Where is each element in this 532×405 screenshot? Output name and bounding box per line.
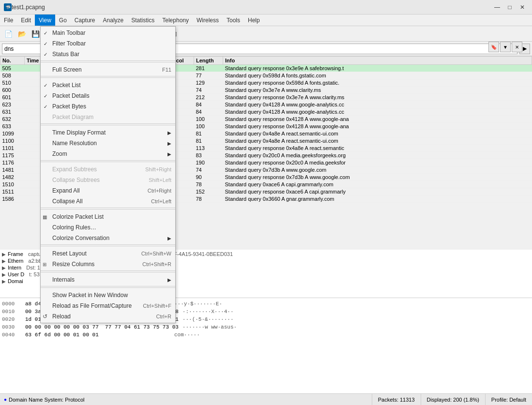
detail-udp-label: User D	[8, 271, 24, 277]
minimize-button[interactable]: —	[491, 2, 503, 12]
checkmark-icon: ✓	[44, 30, 47, 36]
window-controls: — □ ✕	[491, 2, 528, 12]
cell-len: 113	[194, 145, 223, 152]
menu-analyze[interactable]: Analyze	[99, 15, 128, 26]
menu-main-toolbar[interactable]: ✓ Main Toolbar	[41, 28, 175, 38]
shortcut-label: F11	[152, 67, 171, 73]
menu-reload[interactable]: ↺ Reload Ctrl+R	[41, 311, 175, 322]
menu-label: Colorize Packet List	[52, 213, 104, 220]
cell-info: Standard query response 0x3e7e A www.cla…	[223, 94, 532, 101]
status-right: Packets: 11313 Displayed: 200 (1.8%) Pro…	[372, 394, 532, 405]
expand-icon: ▶	[2, 265, 6, 270]
menu-label: Collapse All	[52, 198, 83, 205]
expand-icon: ▶	[2, 258, 6, 264]
menu-file[interactable]: File	[0, 15, 17, 26]
maximize-button[interactable]: □	[504, 2, 516, 12]
menu-show-packet-new-window[interactable]: Show Packet in New Window	[41, 290, 175, 300]
cell-no: 600	[0, 87, 25, 94]
menu-full-screen[interactable]: Full Screen F11	[41, 64, 175, 75]
menu-statistics[interactable]: Statistics	[127, 15, 158, 26]
menu-go[interactable]: Go	[55, 15, 71, 26]
checkmark-icon: ✓	[44, 83, 47, 88]
menu-collapse-all[interactable]: Collapse All Ctrl+Left	[41, 196, 175, 207]
menu-internals[interactable]: Internals ▶	[41, 274, 175, 285]
cell-no: 623	[0, 101, 25, 108]
menu-coloring-rules[interactable]: Coloring Rules…	[41, 222, 175, 233]
shortcut-label: Ctrl+R	[147, 314, 171, 319]
menu-name-resolution[interactable]: Name Resolution ▶	[41, 138, 175, 149]
menu-resize-columns[interactable]: ⊞ Resize Columns Ctrl+Shift+R	[41, 259, 175, 270]
cell-no: 508	[0, 72, 25, 79]
menu-packet-list[interactable]: ✓ Packet List	[41, 80, 175, 90]
menu-help[interactable]: Help	[244, 15, 264, 26]
menu-time-display-format[interactable]: Time Display Format ▶	[41, 127, 175, 138]
shortcut-label: Ctrl+Shift+W	[132, 251, 171, 256]
menu-sep	[41, 246, 175, 246]
col-header-info[interactable]: Info	[223, 57, 532, 65]
bookmark-filter-btn[interactable]: 🔖	[488, 42, 499, 52]
col-header-length[interactable]: Length	[194, 57, 223, 65]
hex-ascii: com·····	[174, 331, 200, 339]
toolbar-new[interactable]: 📄	[2, 28, 15, 40]
toolbar-open[interactable]: 📂	[15, 28, 28, 40]
menu-bar: File Edit View Go Capture Analyze Statis…	[0, 15, 532, 26]
view-dropdown-menu: ✓ Main Toolbar ✓ Filter Toolbar ✓ Status…	[40, 26, 176, 323]
close-filter-btn[interactable]: ✕	[512, 42, 522, 52]
menu-sep	[41, 125, 175, 125]
menu-section-misc: Show Packet in New Window Reload as File…	[41, 289, 175, 323]
menu-sep	[41, 77, 175, 78]
shortcut-label: Ctrl+Right	[138, 188, 171, 194]
menu-label: Collapse Subtrees	[52, 177, 100, 183]
cell-info: Standard query 0x4128 A www.google-analy…	[223, 101, 532, 108]
menu-packet-bytes[interactable]: ✓ Packet Bytes	[41, 101, 175, 112]
cell-len: 129	[194, 79, 223, 87]
cell-info: Standard query 0x4128 A www.google-analy…	[223, 108, 532, 116]
menu-label: Reload	[52, 313, 71, 320]
menu-colorize-packet-list[interactable]: ▦ Colorize Packet List	[41, 211, 175, 222]
menu-filter-toolbar[interactable]: ✓ Filter Toolbar	[41, 38, 175, 49]
status-indicator: ●	[4, 397, 7, 402]
menu-label: Full Screen	[52, 66, 82, 73]
cell-info: Standard query 0x598d A fonts.gstatic.co…	[223, 72, 532, 79]
shortcut-label: Ctrl+Left	[141, 198, 171, 204]
menu-view[interactable]: View	[35, 15, 55, 26]
cell-info: Standard query response 0x4a8e A react.s…	[223, 145, 532, 152]
menu-expand-all[interactable]: Expand All Ctrl+Right	[41, 185, 175, 196]
expand-filter-btn[interactable]: ▼	[500, 42, 511, 52]
cell-len: 78	[194, 195, 223, 203]
status-packets: Packets: 11313	[372, 394, 421, 405]
checkmark-icon: ✓	[44, 104, 47, 109]
cell-len: 84	[194, 101, 223, 108]
menu-wireless[interactable]: Wireless	[193, 15, 223, 26]
menu-packet-details[interactable]: ✓ Packet Details	[41, 90, 175, 101]
app-icon: 🦈	[4, 3, 12, 11]
cell-len: 78	[194, 181, 223, 188]
menu-label: Packet Diagram	[52, 114, 93, 120]
col-header-no[interactable]: No.	[0, 57, 25, 65]
menu-label: Reset Layout	[52, 250, 87, 257]
cell-len: 152	[194, 188, 223, 195]
cell-no: 1510	[0, 181, 25, 188]
menu-edit[interactable]: Edit	[17, 15, 35, 26]
menu-reload-as-file-format[interactable]: Reload as File Format/Capture Ctrl+Shift…	[41, 300, 175, 311]
menu-reset-layout[interactable]: Reset Layout Ctrl+Shift+W	[41, 248, 175, 259]
cell-len: 81	[194, 130, 223, 137]
cell-no: 632	[0, 116, 25, 123]
menu-packet-diagram: Packet Diagram	[41, 112, 175, 122]
menu-label: Internals	[52, 276, 75, 283]
menu-colorize-conversation[interactable]: Colorize Conversation ▶	[41, 233, 175, 243]
expand-icon: ▶	[2, 279, 6, 284]
menu-expand-subtrees: Expand Subtrees Shift+Right	[41, 164, 175, 175]
menu-zoom[interactable]: Zoom ▶	[41, 149, 175, 159]
hex-row: 0030 00 00 00 00 00 00 03 77 77 77 04 61…	[2, 323, 530, 331]
cell-no: 1099	[0, 130, 25, 137]
menu-tools[interactable]: Tools	[223, 15, 244, 26]
menu-status-bar[interactable]: ✓ Status Bar	[41, 49, 175, 60]
submenu-arrow-icon: ▶	[163, 151, 171, 157]
menu-capture[interactable]: Capture	[71, 15, 99, 26]
window-title: test1.pcapng	[12, 4, 491, 11]
close-button[interactable]: ✕	[517, 2, 528, 12]
menu-sep	[41, 62, 175, 62]
menu-telephony[interactable]: Telephony	[158, 15, 193, 26]
cell-len: 212	[194, 94, 223, 101]
